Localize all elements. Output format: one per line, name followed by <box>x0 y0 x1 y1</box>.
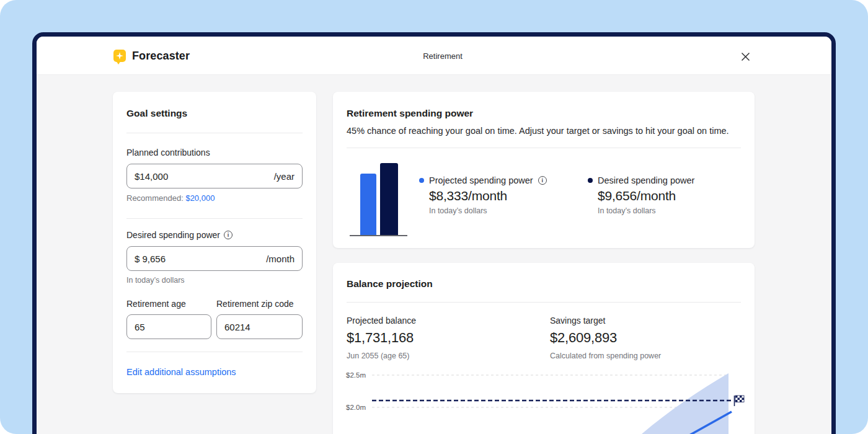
desired-spending-power-input[interactable] <box>135 254 266 264</box>
confidence-band <box>642 373 728 434</box>
forecaster-logo-icon <box>113 50 126 62</box>
spending-power-card: Retirement spending power 45% chance of … <box>333 92 755 248</box>
spending-power-subtitle: 45% chance of reaching your goal on time… <box>347 126 729 136</box>
projected-spending-legend: Projected spending power i $8,333/month … <box>419 175 547 215</box>
retirement-zip-input-wrap <box>216 314 303 339</box>
divider <box>347 302 741 303</box>
savings-target-stat: Savings target $2,609,893 Calculated fro… <box>550 316 661 360</box>
desired-spending-value: $9,656/month <box>588 188 694 203</box>
divider <box>126 218 303 219</box>
retirement-age-input-wrap <box>126 314 211 339</box>
divider <box>347 148 741 148</box>
info-icon[interactable]: i <box>538 176 547 185</box>
close-icon <box>741 52 750 61</box>
projected-legend-dot <box>419 178 424 183</box>
projected-spending-helper: In today’s dollars <box>419 206 547 215</box>
recommended-note: Recommended: $20,000 <box>126 193 215 203</box>
desired-spending-power-label: Desired spending power i <box>126 230 232 240</box>
desired-legend-label: Desired spending power <box>598 175 694 185</box>
forecaster-modal: Retirement Forecaster Goal settings Plan… <box>32 32 836 434</box>
desired-bar <box>380 163 398 236</box>
projected-balance-stat: Projected balance $1,731,168 Jun 2055 (a… <box>347 316 416 360</box>
page-background: Retirement Forecaster Goal settings Plan… <box>0 0 868 434</box>
goal-flag-icon <box>735 396 745 406</box>
balance-projection-chart <box>333 365 755 434</box>
spending-power-title: Retirement spending power <box>347 108 473 119</box>
projected-spending-value: $8,333/month <box>419 188 547 203</box>
brand: Forecaster <box>113 37 190 75</box>
edit-assumptions-link[interactable]: Edit additional assumptions <box>126 367 236 377</box>
bar-chart-baseline <box>350 235 407 236</box>
info-icon[interactable]: i <box>224 231 232 239</box>
planned-contributions-input[interactable] <box>135 171 274 182</box>
balance-projection-title: Balance projection <box>347 278 433 290</box>
projected-balance-helper: Jun 2055 (age 65) <box>347 352 416 360</box>
retirement-zip-input[interactable] <box>224 322 294 332</box>
savings-target-value: $2,609,893 <box>550 330 661 346</box>
desired-spending-helper: In today’s dollars <box>588 206 694 215</box>
projected-bar <box>360 174 376 236</box>
modal-header: Retirement Forecaster <box>37 37 831 75</box>
divider <box>126 352 303 352</box>
desired-spending-power-label-text: Desired spending power <box>126 230 220 240</box>
recommended-prefix: Recommended: <box>126 193 184 203</box>
desired-legend-dot <box>588 178 593 183</box>
todays-dollars-helper: In today’s dollars <box>126 276 185 285</box>
goal-settings-card: Goal settings Planned contributions /yea… <box>113 92 316 393</box>
modal-body: Goal settings Planned contributions /yea… <box>37 75 831 434</box>
projected-balance-label: Projected balance <box>347 316 416 326</box>
close-button[interactable] <box>739 50 751 63</box>
goal-settings-title: Goal settings <box>126 108 187 119</box>
app-name: Forecaster <box>132 50 190 63</box>
per-month-suffix: /month <box>266 254 294 264</box>
retirement-zip-label: Retirement zip code <box>216 299 294 309</box>
savings-target-label: Savings target <box>550 316 661 326</box>
retirement-age-label: Retirement age <box>126 299 186 309</box>
projected-legend-label: Projected spending power <box>429 175 533 185</box>
projected-balance-value: $1,731,168 <box>347 330 416 346</box>
desired-spending-legend: Desired spending power $9,656/month In t… <box>588 175 694 215</box>
divider <box>126 133 303 133</box>
planned-contributions-input-wrap: /year <box>126 164 303 188</box>
desired-spending-power-input-wrap: /month <box>126 246 303 271</box>
per-year-suffix: /year <box>274 171 294 182</box>
planned-contributions-label: Planned contributions <box>126 148 210 157</box>
sparkle-icon <box>116 52 123 60</box>
recommended-amount-link[interactable]: $20,000 <box>185 193 215 203</box>
retirement-age-input[interactable] <box>135 322 203 332</box>
savings-target-helper: Calculated from spending power <box>550 352 661 360</box>
balance-projection-card: Balance projection Projected balance $1,… <box>333 263 755 434</box>
